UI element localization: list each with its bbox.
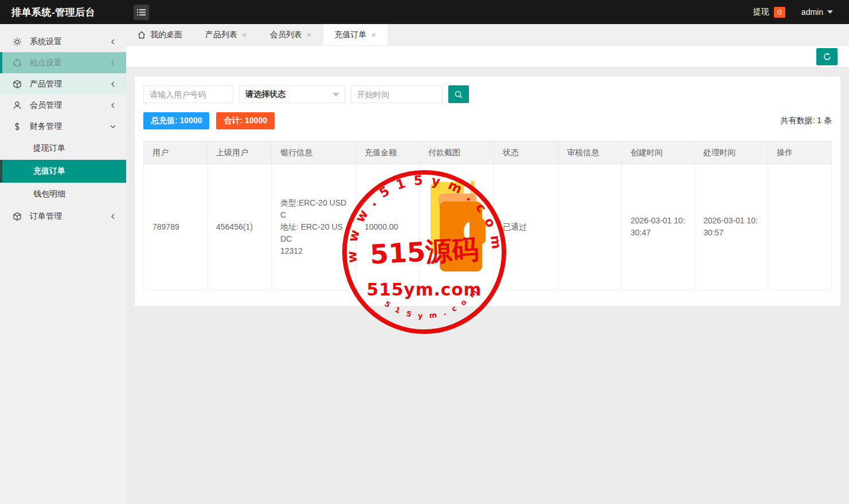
chevron-down-icon bbox=[110, 124, 116, 129]
status-select[interactable] bbox=[239, 85, 345, 103]
table-header-row: 用户 上级用户 银行信息 充值金额 付款截图 状态 审核信息 创建时间 处理时间… bbox=[144, 141, 832, 164]
hamburger-icon bbox=[137, 9, 146, 16]
sidebar-item-label: 系统设置 bbox=[30, 37, 110, 47]
cell-audit-info bbox=[558, 164, 622, 290]
refresh-icon bbox=[823, 52, 832, 61]
user-number-input[interactable] bbox=[143, 85, 233, 103]
cell-bank-info: 类型:ERC-20 USDC 地址: ERC-20 USDC 12312 bbox=[272, 164, 356, 290]
user-menu[interactable]: admin bbox=[801, 7, 833, 17]
chevron-left-icon bbox=[110, 214, 116, 219]
bank-address: 地址: ERC-20 USDC bbox=[280, 221, 347, 245]
refresh-button[interactable] bbox=[816, 48, 838, 65]
sidebar-item-label: 订单管理 bbox=[30, 211, 110, 222]
col-parent-user: 上级用户 bbox=[208, 141, 272, 164]
top-header: 排单系统-管理后台 提现 0 admin bbox=[0, 0, 849, 24]
sidebar-item-order-management[interactable]: 订单管理 bbox=[0, 206, 126, 227]
app-root: 排单系统-管理后台 提现 0 admin bbox=[0, 0, 849, 504]
status-select-wrap bbox=[239, 85, 345, 103]
dollar-icon bbox=[13, 122, 22, 131]
cell-action bbox=[768, 164, 832, 290]
tab-member-list[interactable]: 会员列表 × bbox=[259, 24, 323, 45]
orders-table: 用户 上级用户 银行信息 充值金额 付款截图 状态 审核信息 创建时间 处理时间… bbox=[143, 141, 832, 290]
bank-type: 类型:ERC-20 USDC bbox=[280, 197, 347, 221]
sidebar-item-label: 会员管理 bbox=[30, 100, 110, 111]
tab-product-list[interactable]: 产品列表 × bbox=[194, 24, 259, 45]
total-recharge-badge: 总充值: 10000 bbox=[143, 112, 209, 129]
tab-bar: 我的桌面 产品列表 × 会员列表 × 充值订单 × bbox=[126, 24, 849, 46]
filter-row bbox=[143, 85, 832, 103]
recharge-orders-panel: 总充值: 10000 合计: 10000 共有数据: 1 条 用户 bbox=[135, 77, 840, 306]
username: admin bbox=[801, 7, 823, 17]
header-right: 提现 0 admin bbox=[753, 7, 849, 18]
cell-payment-screenshot bbox=[420, 164, 494, 290]
payment-screenshot-image[interactable] bbox=[429, 181, 484, 273]
search-icon bbox=[454, 90, 463, 99]
sidebar: 系统设置 站点设置 产品管理 bbox=[0, 24, 126, 504]
col-audit-info: 审核信息 bbox=[558, 141, 622, 164]
sidebar-item-product-management[interactable]: 产品管理 bbox=[0, 73, 126, 94]
sidebar-item-label: 站点设置 bbox=[30, 58, 110, 68]
product-box-icon bbox=[13, 80, 22, 89]
sidebar-item-label: 提现订单 bbox=[33, 143, 65, 153]
page-toolbar bbox=[126, 46, 849, 68]
chevron-down-icon bbox=[827, 10, 833, 14]
wallet-clasp-shape bbox=[470, 219, 486, 244]
tab-label: 充值订单 bbox=[335, 30, 367, 40]
chevron-left-icon bbox=[110, 103, 116, 108]
subtotal-badge: 合计: 10000 bbox=[216, 112, 274, 129]
sidebar-item-label: 产品管理 bbox=[30, 79, 110, 89]
cell-parent-user: 456456(1) bbox=[208, 164, 272, 290]
withdraw-label: 提现 bbox=[753, 7, 769, 17]
site-icon bbox=[13, 58, 22, 68]
sidebar-item-recharge-orders[interactable]: 充值订单 bbox=[0, 160, 126, 183]
col-payment-screenshot: 付款截图 bbox=[420, 141, 494, 164]
col-user: 用户 bbox=[144, 141, 208, 164]
tab-label: 我的桌面 bbox=[150, 30, 182, 40]
tab-recharge-orders[interactable]: 充值订单 × bbox=[323, 24, 388, 45]
person-icon bbox=[13, 101, 22, 110]
tab-label: 产品列表 bbox=[205, 30, 237, 40]
close-icon[interactable]: × bbox=[371, 30, 377, 40]
chevron-left-icon bbox=[110, 60, 116, 66]
record-count: 共有数据: 1 条 bbox=[781, 116, 832, 126]
search-button[interactable] bbox=[448, 85, 469, 103]
bank-account: 12312 bbox=[280, 245, 347, 257]
summary-row: 总充值: 10000 合计: 10000 共有数据: 1 条 bbox=[143, 112, 832, 129]
sidebar-item-label: 充值订单 bbox=[33, 166, 65, 176]
close-icon[interactable]: × bbox=[242, 30, 247, 40]
home-icon bbox=[138, 31, 146, 39]
content-area: 总充值: 10000 合计: 10000 共有数据: 1 条 用户 bbox=[126, 68, 849, 504]
sidebar-item-withdraw-orders[interactable]: 提现订单 bbox=[0, 137, 126, 160]
col-bank-info: 银行信息 bbox=[272, 141, 356, 164]
main-area: 我的桌面 产品列表 × 会员列表 × 充值订单 × bbox=[126, 24, 849, 504]
cell-amount: 10000.00 bbox=[356, 164, 420, 290]
withdraw-shortcut[interactable]: 提现 0 bbox=[753, 7, 785, 18]
cell-created-at: 2026-03-01 10:30:47 bbox=[622, 164, 695, 290]
chevron-left-icon bbox=[110, 39, 116, 45]
col-created-at: 创建时间 bbox=[622, 141, 695, 164]
cell-processed-at: 2026-03-01 10:30:57 bbox=[695, 164, 768, 290]
sidebar-toggle-button[interactable] bbox=[134, 5, 149, 20]
order-box-icon bbox=[13, 212, 22, 221]
chevron-left-icon bbox=[110, 81, 116, 87]
sidebar-item-member-management[interactable]: 会员管理 bbox=[0, 94, 126, 116]
cell-user: 789789 bbox=[144, 164, 208, 290]
cell-status: 已通过 bbox=[494, 164, 558, 290]
sidebar-item-finance-management[interactable]: 财务管理 bbox=[0, 116, 126, 137]
col-status: 状态 bbox=[494, 141, 558, 164]
tab-desktop[interactable]: 我的桌面 bbox=[126, 24, 194, 45]
sidebar-item-system-settings[interactable]: 系统设置 bbox=[0, 31, 126, 52]
tab-label: 会员列表 bbox=[270, 30, 302, 40]
col-amount: 充值金额 bbox=[356, 141, 420, 164]
sidebar-item-wallet-details[interactable]: 钱包明细 bbox=[0, 183, 126, 206]
col-action: 操作 bbox=[768, 141, 832, 164]
app-title: 排单系统-管理后台 bbox=[0, 6, 126, 19]
start-time-input[interactable] bbox=[351, 85, 443, 103]
withdraw-count-badge: 0 bbox=[774, 7, 785, 18]
table-row: 789789 456456(1) 类型:ERC-20 USDC 地址: ERC-… bbox=[144, 164, 832, 290]
sidebar-item-label: 钱包明细 bbox=[33, 189, 65, 199]
sidebar-item-site-settings[interactable]: 站点设置 bbox=[0, 52, 126, 73]
col-processed-at: 处理时间 bbox=[695, 141, 768, 164]
close-icon[interactable]: × bbox=[307, 30, 312, 40]
gear-icon bbox=[13, 37, 22, 46]
